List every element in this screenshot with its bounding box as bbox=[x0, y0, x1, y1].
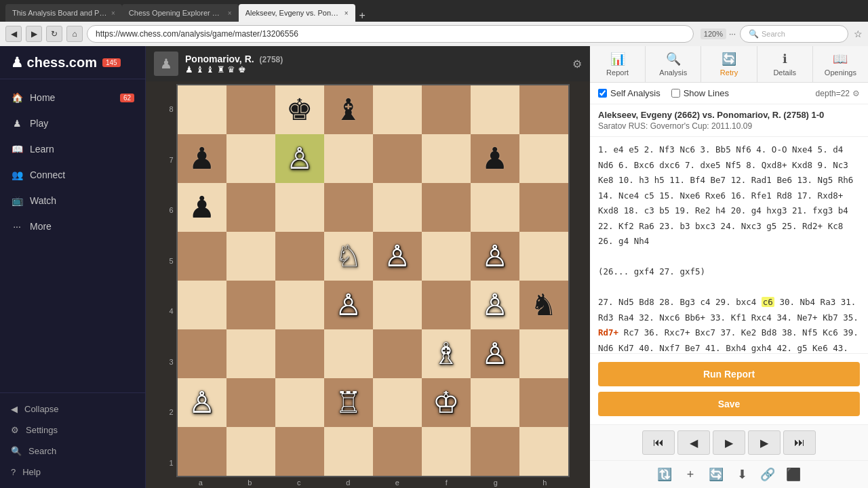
cell-e1[interactable] bbox=[373, 427, 422, 476]
chess-board[interactable]: ♚♝♟♙♟♟♘♙♙♙♙♞♗♙♙♖♔ bbox=[176, 84, 570, 477]
tab-3-close[interactable]: × bbox=[344, 9, 349, 17]
cell-c6[interactable] bbox=[275, 183, 324, 232]
url-bar[interactable]: https://www.chess.com/analysis/game/mast… bbox=[87, 25, 694, 43]
cell-b4[interactable] bbox=[226, 281, 275, 329]
cell-b3[interactable] bbox=[226, 329, 275, 378]
refresh-button[interactable]: ↻ bbox=[46, 26, 62, 42]
cell-a2[interactable]: ♙ bbox=[178, 378, 226, 427]
new-tab-button[interactable]: + bbox=[355, 9, 370, 22]
cell-h5[interactable] bbox=[519, 232, 568, 281]
sidebar-item-help[interactable]: ? Help bbox=[0, 462, 145, 483]
back-button[interactable]: ◀ bbox=[5, 26, 22, 42]
sidebar-item-watch[interactable]: 📺 Watch bbox=[0, 188, 145, 214]
flip-board-button[interactable]: 🔃 bbox=[654, 465, 675, 484]
tab-3[interactable]: Alekseev, Evgeny vs. Ponoma... × bbox=[239, 4, 355, 22]
next-move-button[interactable]: ▶ bbox=[748, 430, 781, 455]
download-button[interactable]: ⬇ bbox=[731, 465, 753, 484]
cell-h7[interactable] bbox=[519, 134, 568, 183]
sidebar-item-learn[interactable]: 📖 Learn bbox=[0, 136, 145, 162]
cell-c4[interactable] bbox=[275, 281, 324, 329]
cell-f6[interactable] bbox=[422, 183, 471, 232]
sidebar-item-more[interactable]: ··· More bbox=[0, 214, 145, 239]
last-move-button[interactable]: ⏭ bbox=[783, 430, 816, 455]
cell-b1[interactable] bbox=[226, 427, 275, 476]
tab-1[interactable]: This Analysis Board and PGN... × bbox=[5, 4, 122, 22]
tab-openings[interactable]: 📖 Openings bbox=[813, 46, 868, 82]
cell-h6[interactable] bbox=[519, 183, 568, 232]
sidebar-item-search[interactable]: 🔍 Search bbox=[0, 441, 145, 462]
cell-g6[interactable] bbox=[471, 183, 519, 232]
tab-details[interactable]: ℹ Details bbox=[757, 46, 813, 82]
tab-report[interactable]: 📊 Report bbox=[590, 46, 646, 82]
cell-e7[interactable] bbox=[373, 134, 422, 183]
cell-h4[interactable]: ♞ bbox=[519, 281, 568, 329]
more-options-button[interactable]: ··· bbox=[729, 29, 736, 39]
cell-a8[interactable] bbox=[178, 85, 226, 134]
self-analysis-checkbox[interactable] bbox=[598, 89, 607, 98]
cell-b6[interactable] bbox=[226, 183, 275, 232]
cell-b8[interactable] bbox=[226, 85, 275, 134]
cell-g2[interactable] bbox=[471, 378, 519, 427]
cell-g4[interactable]: ♙ bbox=[471, 281, 519, 329]
cell-a6[interactable]: ♟ bbox=[178, 183, 226, 232]
cell-f1[interactable] bbox=[422, 427, 471, 476]
cell-a3[interactable] bbox=[178, 329, 226, 378]
share-button[interactable]: 🔗 bbox=[757, 465, 778, 484]
cell-e5[interactable]: ♙ bbox=[373, 232, 422, 281]
cell-f4[interactable] bbox=[422, 281, 471, 329]
cell-c3[interactable] bbox=[275, 329, 324, 378]
cell-d7[interactable] bbox=[324, 134, 373, 183]
cell-b2[interactable] bbox=[226, 378, 275, 427]
cell-c2[interactable] bbox=[275, 378, 324, 427]
add-move-button[interactable]: + bbox=[679, 465, 701, 484]
tab-retry[interactable]: 🔄 Retry bbox=[701, 46, 757, 82]
cell-b5[interactable] bbox=[226, 232, 275, 281]
cell-f7[interactable] bbox=[422, 134, 471, 183]
cell-e8[interactable] bbox=[373, 85, 422, 134]
cell-a4[interactable] bbox=[178, 281, 226, 329]
cell-b7[interactable] bbox=[226, 134, 275, 183]
cell-f2[interactable]: ♔ bbox=[422, 378, 471, 427]
self-analysis-label[interactable]: Self Analysis bbox=[610, 88, 660, 98]
cell-g1[interactable] bbox=[471, 427, 519, 476]
sidebar-item-settings[interactable]: ⚙ Settings bbox=[0, 420, 145, 441]
show-lines-checkbox[interactable] bbox=[671, 89, 680, 98]
cell-a7[interactable]: ♟ bbox=[178, 134, 226, 183]
sidebar-item-home[interactable]: 🏠 Home 62 bbox=[0, 85, 145, 110]
cell-h2[interactable] bbox=[519, 378, 568, 427]
cell-g7[interactable]: ♟ bbox=[471, 134, 519, 183]
cell-f5[interactable] bbox=[422, 232, 471, 281]
cell-h8[interactable] bbox=[519, 85, 568, 134]
board-settings-button[interactable]: ⚙ bbox=[572, 58, 582, 70]
tab-2[interactable]: Chess Opening Explorer & Da... × bbox=[122, 4, 239, 22]
first-move-button[interactable]: ⏮ bbox=[642, 430, 675, 455]
play-button[interactable]: ▶ bbox=[713, 430, 745, 455]
cell-e4[interactable] bbox=[373, 281, 422, 329]
cell-d1[interactable] bbox=[324, 427, 373, 476]
cell-f8[interactable] bbox=[422, 85, 471, 134]
cell-e6[interactable] bbox=[373, 183, 422, 232]
cell-c8[interactable]: ♚ bbox=[275, 85, 324, 134]
bookmark-icon[interactable]: ☆ bbox=[854, 28, 863, 39]
depth-settings-icon[interactable]: ⚙ bbox=[852, 89, 860, 98]
forward-button[interactable]: ▶ bbox=[26, 26, 42, 42]
cell-d6[interactable] bbox=[324, 183, 373, 232]
cell-e3[interactable] bbox=[373, 329, 422, 378]
cell-c1[interactable] bbox=[275, 427, 324, 476]
cell-g5[interactable]: ♙ bbox=[471, 232, 519, 281]
cell-d2[interactable]: ♖ bbox=[324, 378, 373, 427]
cell-e2[interactable] bbox=[373, 378, 422, 427]
sidebar-item-collapse[interactable]: ◀ Collapse bbox=[0, 399, 145, 420]
cell-d5[interactable]: ♘ bbox=[324, 232, 373, 281]
board-button[interactable]: ⬛ bbox=[783, 465, 804, 484]
cell-a1[interactable] bbox=[178, 427, 226, 476]
home-button[interactable]: ⌂ bbox=[66, 26, 83, 42]
prev-move-button[interactable]: ◀ bbox=[677, 430, 710, 455]
browser-search-bar[interactable]: 🔍 Search bbox=[740, 25, 848, 43]
sidebar-item-connect[interactable]: 👥 Connect bbox=[0, 162, 145, 188]
save-button[interactable]: Save bbox=[598, 392, 860, 416]
cell-d3[interactable] bbox=[324, 329, 373, 378]
moves-container[interactable]: 1. e4 e5 2. Nf3 Nc6 3. Bb5 Nf6 4. O-O Nx… bbox=[590, 137, 868, 353]
tab-2-close[interactable]: × bbox=[228, 9, 232, 17]
cell-d8[interactable]: ♝ bbox=[324, 85, 373, 134]
